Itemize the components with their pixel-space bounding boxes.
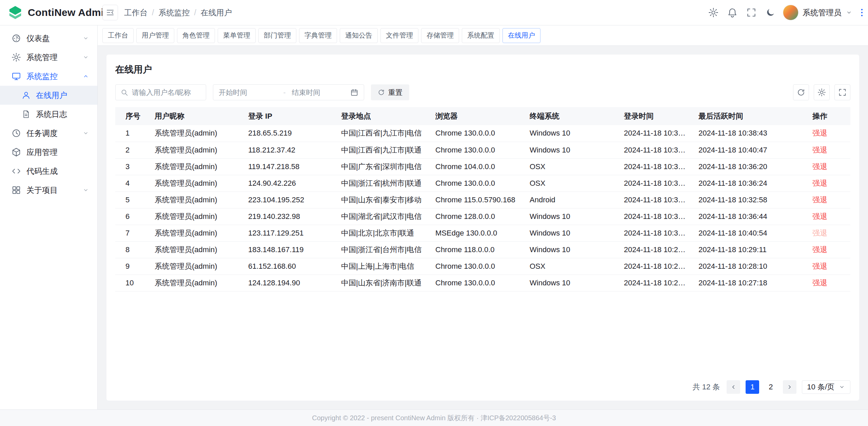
cell-location: 中国|浙江省|台州市|电信 (336, 241, 430, 258)
tab-label: 工作台 (108, 31, 128, 40)
pagination: 共 12 条 12 10 条/页 (115, 371, 850, 394)
force-logout-link[interactable]: 强退 (812, 229, 827, 237)
column-header: 操作 (807, 107, 850, 125)
breadcrumb-item[interactable]: 在线用户 (201, 7, 232, 18)
force-logout-link[interactable]: 强退 (812, 245, 827, 254)
cell-no: 2 (115, 142, 149, 158)
force-logout-link[interactable]: 强退 (812, 262, 827, 270)
user-menu[interactable]: 系统管理员 (783, 5, 852, 20)
tab-file-management[interactable]: 文件管理 (380, 28, 418, 43)
cell-location: 中国|湖北省|武汉市|电信 (336, 208, 430, 225)
tab-user-management[interactable]: 用户管理 (136, 28, 174, 43)
sidebar-item-system-management[interactable]: 系统管理 (0, 48, 97, 67)
sidebar-collapse-button[interactable] (102, 5, 118, 20)
tab-menu-management[interactable]: 菜单管理 (218, 28, 256, 43)
page-settings-trigger[interactable] (856, 0, 868, 25)
table-row: 1系统管理员(admin)218.65.5.219中国|江西省|九江市|电信Ch… (115, 125, 850, 142)
sidebar-subitem-online-user[interactable]: 在线用户 (0, 86, 97, 105)
table-container: 序号用户昵称登录 IP登录地点浏览器终端系统登录时间最后活跃时间操作 1系统管理… (115, 107, 850, 371)
force-logout-link[interactable]: 强退 (812, 162, 827, 171)
force-logout-link[interactable]: 强退 (812, 196, 827, 204)
page-title: 在线用户 (115, 63, 850, 76)
cell-ip: 219.140.232.98 (243, 208, 336, 225)
tab-notice[interactable]: 通知公告 (340, 28, 378, 43)
fullscreen-button[interactable] (746, 7, 756, 18)
settings-button[interactable] (708, 7, 718, 18)
cell-location: 中国|广东省|深圳市|电信 (336, 158, 430, 175)
chevron-up-icon (82, 73, 89, 80)
force-logout-link[interactable]: 强退 (812, 279, 827, 287)
file-text-icon (22, 110, 31, 119)
cell-os: Windows 10 (524, 208, 618, 225)
cell-login_time: 2024-11-18 10:31:39 (618, 191, 693, 208)
cell-action: 强退 (807, 208, 850, 225)
sidebar-item-dashboard[interactable]: 仪表盘 (0, 29, 97, 48)
cell-location: 中国|浙江省|杭州市|联通 (336, 175, 430, 191)
cell-action: 强退 (807, 191, 850, 208)
breadcrumb-item[interactable]: 系统监控 (158, 7, 190, 18)
tab-storage-management[interactable]: 存储管理 (421, 28, 459, 43)
sidebar-item-system-monitor[interactable]: 系统监控 (0, 67, 97, 86)
page-size-select[interactable]: 10 条/页 (802, 380, 850, 394)
tab-dept-management[interactable]: 部门管理 (258, 28, 296, 43)
tab-workplace[interactable]: 工作台 (102, 28, 134, 43)
cell-ip: 124.90.42.226 (243, 175, 336, 191)
monitor-icon (12, 72, 21, 81)
next-page-button[interactable] (783, 380, 796, 394)
force-logout-link[interactable]: 强退 (812, 179, 827, 187)
force-logout-link[interactable]: 强退 (812, 129, 827, 137)
search-box (115, 84, 206, 100)
sidebar-subitem-system-log[interactable]: 系统日志 (0, 105, 97, 124)
cell-login_time: 2024-11-18 10:26:44 (618, 258, 693, 275)
cell-location: 中国|山东省|泰安市|移动 (336, 191, 430, 208)
notifications-button[interactable] (727, 7, 737, 18)
cell-ip: 61.152.168.60 (243, 258, 336, 275)
table-row: 4系统管理员(admin)124.90.42.226中国|浙江省|杭州市|联通C… (115, 175, 850, 191)
breadcrumb-item[interactable]: 工作台 (124, 7, 147, 18)
sidebar-item-code-generation[interactable]: 代码生成 (0, 162, 97, 181)
table-refresh-button[interactable] (793, 84, 809, 100)
cell-nickname: 系统管理员(admin) (149, 175, 243, 191)
toolbar: 开始时间 - 结束时间 重置 (115, 84, 850, 100)
more-vertical-icon (857, 7, 867, 18)
page-button-2[interactable]: 2 (764, 380, 777, 394)
dark-mode-button[interactable] (765, 7, 775, 18)
table-settings-button[interactable] (814, 84, 830, 100)
sidebar-item-label: 代码生成 (26, 166, 58, 177)
chevron-down-icon (82, 54, 89, 61)
cell-nickname: 系统管理员(admin) (149, 275, 243, 291)
cell-os: Android (524, 191, 618, 208)
reset-button-label: 重置 (388, 88, 402, 97)
tab-role-management[interactable]: 角色管理 (177, 28, 215, 43)
chevron-down-icon (82, 187, 89, 194)
tab-system-config[interactable]: 系统配置 (462, 28, 500, 43)
tab-strip: 工作台用户管理角色管理菜单管理部门管理字典管理通知公告文件管理存储管理系统配置在… (98, 25, 868, 46)
sidebar-item-app-management[interactable]: 应用管理 (0, 143, 97, 162)
page-button-1[interactable]: 1 (746, 380, 759, 394)
menu-fold-icon (106, 8, 115, 17)
cell-os: Windows 10 (524, 225, 618, 241)
sidebar-item-label: 关于项目 (26, 185, 58, 196)
cell-ip: 124.128.194.90 (243, 275, 336, 291)
cell-last_active: 2024-11-18 10:36:24 (693, 175, 807, 191)
force-logout-link[interactable]: 强退 (812, 146, 827, 154)
sidebar-item-task-schedule[interactable]: 任务调度 (0, 124, 97, 143)
chevron-down-icon (846, 9, 852, 16)
table-fullscreen-button[interactable] (834, 84, 850, 100)
force-logout-link[interactable]: 强退 (812, 212, 827, 221)
footer: Copyright © 2022 - present ContiNew Admi… (0, 409, 868, 426)
search-input[interactable] (132, 88, 201, 97)
previous-page-button[interactable] (727, 380, 740, 394)
table-row: 7系统管理员(admin)123.117.129.251中国|北京|北京市|联通… (115, 225, 850, 241)
cell-action: 强退 (807, 175, 850, 191)
date-range-picker[interactable]: 开始时间 - 结束时间 (213, 84, 364, 100)
logo[interactable]: ContiNew Admin (0, 5, 98, 20)
sidebar-item-about-project[interactable]: 关于项目 (0, 181, 97, 200)
column-header: 登录时间 (618, 107, 693, 125)
tab-label: 在线用户 (508, 31, 535, 40)
tab-dict-management[interactable]: 字典管理 (299, 28, 337, 43)
cell-nickname: 系统管理员(admin) (149, 142, 243, 158)
reset-button[interactable]: 重置 (371, 84, 409, 100)
cell-ip: 183.148.167.119 (243, 241, 336, 258)
tab-online-user[interactable]: 在线用户 (502, 28, 540, 43)
